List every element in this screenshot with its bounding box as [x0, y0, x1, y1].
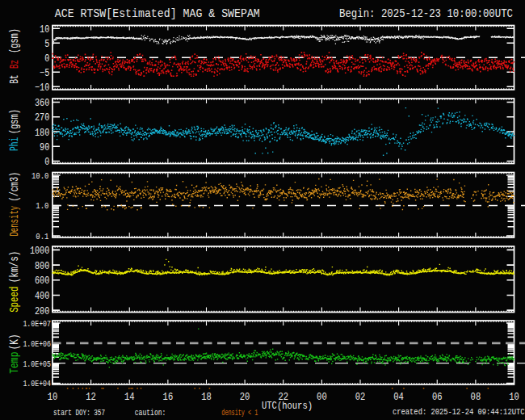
svg-text:270: 270 [35, 112, 49, 124]
svg-text:Begin: 2025-12-23 10:00:00UTC: Begin: 2025-12-23 10:00:00UTC [339, 7, 513, 21]
svg-text:10: 10 [509, 391, 519, 403]
svg-text:caution:: caution: [135, 408, 166, 418]
svg-text:−5: −5 [40, 68, 49, 79]
svg-text:400: 400 [35, 291, 49, 302]
svg-text:density < 1: density < 1 [221, 408, 258, 418]
svg-text:5: 5 [44, 39, 49, 50]
svg-text:360: 360 [35, 98, 49, 109]
svg-text:12: 12 [86, 391, 96, 403]
svg-text:Temp: Temp [8, 352, 21, 374]
svg-text:Speed: Speed [8, 287, 21, 313]
svg-text:90: 90 [40, 142, 49, 153]
svg-text:(K): (K) [8, 334, 21, 350]
svg-text:16: 16 [163, 391, 174, 403]
svg-text:800: 800 [35, 261, 49, 272]
svg-text:08: 08 [471, 391, 481, 403]
svg-text:20: 20 [240, 391, 250, 403]
svg-text:Density: Density [8, 206, 21, 237]
svg-text:1.0: 1.0 [36, 201, 48, 211]
svg-text:10: 10 [48, 391, 58, 403]
svg-text:0: 0 [44, 53, 49, 65]
svg-text:0.1: 0.1 [36, 232, 48, 242]
svg-text:UTC(hours): UTC(hours) [262, 400, 313, 412]
svg-text:Bz: Bz [8, 60, 21, 69]
svg-text:180: 180 [35, 128, 49, 139]
svg-text:1.0E+06: 1.0E+06 [23, 339, 51, 349]
svg-text:1.0E+05: 1.0E+05 [23, 359, 51, 369]
svg-text:600: 600 [35, 275, 49, 287]
svg-text:start DOY: 357: start DOY: 357 [53, 408, 105, 418]
svg-text:1000: 1000 [30, 246, 49, 257]
svg-text:200: 200 [35, 306, 49, 317]
svg-text:(gsm): (gsm) [8, 28, 21, 53]
svg-text:0: 0 [44, 157, 49, 168]
svg-text:Bt: Bt [8, 74, 21, 83]
svg-text:10: 10 [40, 24, 49, 36]
svg-text:06: 06 [432, 391, 443, 403]
svg-text:(km/s): (km/s) [8, 251, 21, 284]
svg-text:−10: −10 [35, 82, 49, 94]
svg-text:1.0E+07: 1.0E+07 [23, 319, 51, 329]
svg-text:02: 02 [355, 391, 366, 403]
svg-text:04: 04 [393, 391, 404, 403]
svg-text:10.0: 10.0 [32, 171, 49, 181]
svg-text:1.0E+04: 1.0E+04 [23, 379, 51, 388]
svg-text:Phi: Phi [8, 137, 21, 151]
svg-text:14: 14 [124, 391, 135, 403]
svg-text:(/cm3): (/cm3) [8, 172, 21, 202]
svg-text:00: 00 [317, 391, 327, 403]
svg-text:(gsm): (gsm) [8, 109, 21, 134]
svg-text:created: 2025-12-24 09:44:12UT: created: 2025-12-24 09:44:12UTC [393, 407, 525, 417]
svg-text:18: 18 [201, 391, 212, 403]
svg-text:ACE RTSW[Estimated] MAG & SWEP: ACE RTSW[Estimated] MAG & SWEPAM [55, 7, 260, 21]
